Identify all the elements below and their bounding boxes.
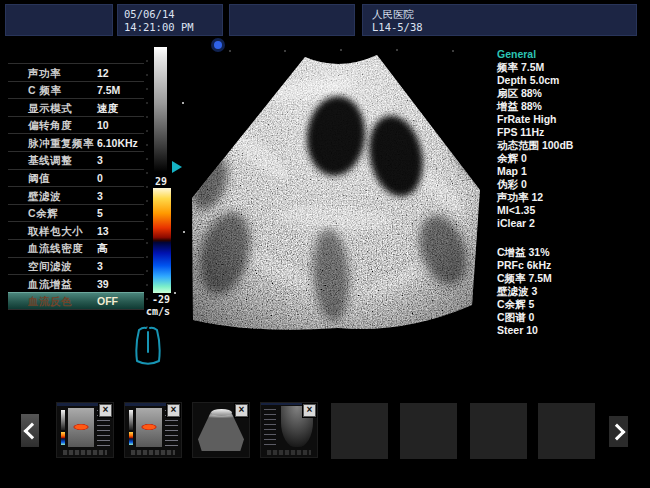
param-label: 阈值	[28, 172, 50, 186]
readout-line: Steer 10	[497, 324, 647, 337]
readout-line: iClear 2	[497, 217, 647, 230]
sidebar-row-12[interactable]: 血流增益39	[8, 274, 144, 292]
readout-panel: General频率 7.5MDepth 5.0cm扇区 88%增益 88%FrR…	[497, 48, 647, 353]
velocity-min-label: -29	[144, 294, 178, 305]
sidebar-row-6[interactable]: 阈值0	[8, 169, 144, 187]
param-value: 0	[97, 172, 103, 184]
readout-line: 扇区 88%	[497, 87, 647, 100]
param-value: 高	[97, 242, 108, 256]
empty-thumbnail-slot-2	[470, 403, 527, 459]
sidebar-row-8[interactable]: C余辉5	[8, 204, 144, 222]
chevron-right-icon	[608, 423, 625, 440]
param-value: 3	[97, 260, 103, 272]
sidebar-row-1[interactable]: C 频率7.5M	[8, 81, 144, 99]
ultrasound-image[interactable]	[185, 38, 497, 368]
topbar-box-left	[5, 4, 113, 36]
empty-thumbnail-slot-0	[331, 403, 388, 459]
velocity-unit-label: cm/s	[141, 306, 175, 317]
chevron-left-icon	[24, 422, 41, 439]
close-icon[interactable]: ×	[167, 404, 180, 417]
date-text: 05/06/14	[117, 4, 223, 21]
sidebar-row-13[interactable]: 血流反色OFF	[8, 292, 144, 310]
param-label: 取样包大小	[28, 225, 83, 239]
filmstrip-next-button[interactable]	[609, 416, 628, 447]
depth-ruler	[146, 60, 148, 332]
readout-line: PRFc 6kHz	[497, 259, 647, 272]
sidebar-row-5[interactable]: 基线调整3	[8, 151, 144, 169]
ultrasound-screen: { "top_bar": { "date": "05/06/14", "time…	[0, 0, 650, 488]
orientation-dot	[214, 41, 222, 49]
parameter-sidebar: 声功率12C 频率7.5M显示模式速度偏转角度10脉冲重复频率6.10KHz基线…	[8, 63, 144, 310]
param-label: 血流线密度	[28, 242, 83, 256]
param-value: 3	[97, 190, 103, 202]
gain-marker-dot	[182, 102, 184, 104]
param-value: 7.5M	[97, 84, 120, 96]
param-value: 6.10KHz	[97, 137, 138, 149]
fan-sector	[185, 38, 497, 368]
param-label: 声功率	[28, 67, 61, 81]
readout-line: C频率 7.5M	[497, 272, 647, 285]
color-doppler-bar	[153, 188, 171, 293]
sidebar-row-9[interactable]: 取样包大小13	[8, 221, 144, 239]
readout-line: Depth 5.0cm	[497, 74, 647, 87]
grayscale-bar	[154, 47, 167, 172]
sidebar-row-0[interactable]: 声功率12	[8, 63, 144, 81]
param-value: 13	[97, 225, 109, 237]
readout-line: 伪彩 0	[497, 178, 647, 191]
readout-line: 增益 88%	[497, 100, 647, 113]
empty-thumbnail-slot-3	[538, 403, 595, 459]
empty-thumbnail-slot-1	[400, 403, 457, 459]
sidebar-row-2[interactable]: 显示模式速度	[8, 98, 144, 116]
velocity-max-label: 29	[144, 176, 178, 187]
readout-line: 频率 7.5M	[497, 61, 647, 74]
scale-marker-dot	[174, 292, 176, 294]
sidebar-row-11[interactable]: 空间滤波3	[8, 257, 144, 275]
sidebar-row-10[interactable]: 血流线密度高	[8, 239, 144, 257]
readout-section-1: C增益 31%PRFc 6kHzC频率 7.5M壁滤波 3C余辉 5C图谱 0S…	[497, 246, 647, 337]
filmstrip-prev-button[interactable]	[21, 414, 39, 447]
readout-line: Map 1	[497, 165, 647, 178]
time-text: 14:21:00 PM	[117, 21, 223, 34]
sidebar-row-3[interactable]: 偏转角度10	[8, 116, 144, 134]
thumbnail-3[interactable]: ×	[261, 403, 317, 457]
focus-position-arrow-icon	[172, 161, 182, 173]
param-label: 血流反色	[28, 295, 72, 309]
param-label: 偏转角度	[28, 119, 72, 133]
thumbnail-0[interactable]: ×	[57, 403, 113, 457]
param-label: 基线调整	[28, 154, 72, 168]
readout-line: FrRate High	[497, 113, 647, 126]
close-icon[interactable]: ×	[99, 404, 112, 417]
param-label: 壁滤波	[28, 190, 61, 204]
readout-line: 余辉 0	[497, 152, 647, 165]
param-label: 血流增益	[28, 278, 72, 292]
probe-id: L14-5/38	[362, 21, 637, 34]
readout-section-title: General	[497, 48, 647, 61]
param-value: 39	[97, 278, 109, 290]
thumbnail-2[interactable]: ×	[193, 403, 249, 457]
topbar-hospital-probe: 人民医院 L14-5/38	[362, 4, 637, 36]
param-label: 脉冲重复频率	[28, 137, 94, 151]
close-icon[interactable]: ×	[303, 404, 316, 417]
param-value: 3	[97, 154, 103, 166]
readout-line: MI<1.35	[497, 204, 647, 217]
readout-line: 动态范围 100dB	[497, 139, 647, 152]
readout-line: FPS 11Hz	[497, 126, 647, 139]
close-icon[interactable]: ×	[235, 404, 248, 417]
param-value: 10	[97, 119, 109, 131]
topbar-box-mid	[229, 4, 355, 36]
readout-line: C增益 31%	[497, 246, 647, 259]
sidebar-row-7[interactable]: 壁滤波3	[8, 186, 144, 204]
sidebar-row-4[interactable]: 脉冲重复频率6.10KHz	[8, 133, 144, 151]
top-tick-dots	[229, 49, 454, 52]
param-value: 12	[97, 67, 109, 79]
readout-line: 声功率 12	[497, 191, 647, 204]
readout-line: C图谱 0	[497, 311, 647, 324]
thumbnail-1[interactable]: ×	[125, 403, 181, 457]
readout-line: C余辉 5	[497, 298, 647, 311]
readout-line: 壁滤波 3	[497, 285, 647, 298]
body-marker-icon[interactable]	[129, 325, 167, 367]
param-label: 显示模式	[28, 102, 72, 116]
param-value: 速度	[97, 102, 118, 116]
param-value: OFF	[97, 295, 118, 307]
param-value: 5	[97, 207, 103, 219]
